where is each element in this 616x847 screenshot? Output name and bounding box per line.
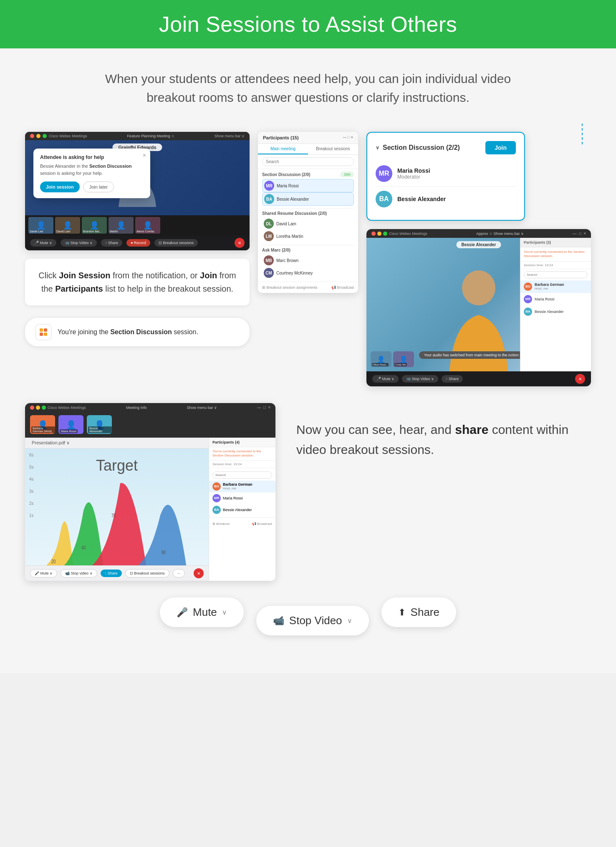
max-dot[interactable] — [43, 134, 47, 138]
webex-icon — [35, 324, 52, 340]
close-dot[interactable] — [30, 134, 34, 138]
mute-big-btn[interactable]: 🎤 Mute ∨ — [160, 597, 244, 627]
bm-mute[interactable]: 🎤 Mute ∨ — [30, 569, 57, 577]
bm-share[interactable]: ↑ Share — [101, 570, 122, 577]
participants-panel: Participants (15) — □ × Main meeting Bre… — [258, 132, 358, 293]
barbara-side-name: Barbara German — [535, 282, 564, 287]
thumb-5: 👤 Alexis Combs — [135, 217, 160, 234]
barbara-side-item: BG Barbara German Host, me — [520, 280, 591, 293]
description-text-box: Click Join Session from the notification… — [25, 259, 250, 305]
bm-min[interactable] — [36, 406, 40, 410]
bsp-search-input[interactable] — [212, 471, 272, 479]
bw-minus[interactable]: — — [573, 231, 577, 236]
subtitle-text: When your students or attendees need hel… — [83, 69, 533, 107]
marc-item: MB Marc Brown — [262, 254, 354, 267]
bm-box[interactable]: □ — [263, 405, 266, 410]
desc-join-session: Join Session — [59, 271, 110, 280]
bm-stop-video[interactable]: 📹 Stop video ∨ — [61, 569, 97, 577]
stop-caret: ∨ — [347, 617, 352, 625]
notif-body-after: session is asking for your help. — [40, 171, 103, 176]
bessie-side-item: BA Bessie Alexander — [520, 305, 591, 318]
bm-app-name: Cisco Webex Meetings — [48, 406, 86, 410]
desc-before: Click — [38, 271, 59, 280]
mute-label: Mute — [193, 606, 217, 619]
b-close[interactable] — [371, 232, 376, 236]
bm-more[interactable]: ··· — [173, 569, 185, 577]
tab-main-meeting[interactable]: Main meeting — [258, 144, 308, 154]
join-panel-title: ∨ Section Discussion (2/2) — [376, 144, 460, 151]
stop-video-big-btn[interactable]: 📹 Stop Video ∨ — [256, 606, 369, 635]
share-big-btn[interactable]: ⬆ Share — [381, 597, 456, 627]
close-notification-btn[interactable]: × — [143, 152, 146, 159]
shared-group-header: Shared Resume Discussion (2/0) — [262, 211, 354, 216]
bsp-breakout-assignments: ⊞ Breakout — [212, 522, 230, 526]
shared-resume-group: Shared Resume Discussion (2/0) DL David … — [258, 209, 358, 245]
breakout-btn[interactable]: ⊡ Breakout sessions — [154, 239, 198, 247]
barbara-side-avatar: BG — [524, 282, 532, 291]
thumb-1: 👤 Sarah Lee — [28, 217, 53, 234]
min-dot[interactable] — [36, 134, 40, 138]
menu-bar-text: Show menu bar ∨ — [214, 134, 245, 138]
join-main-button[interactable]: Join — [485, 141, 516, 154]
thumb-4: 👤 Martin — [109, 217, 134, 234]
notif-body-before: Bessie Alexander in the — [40, 164, 89, 169]
bm-max[interactable] — [42, 406, 46, 410]
stop-video-btn[interactable]: 📹 Stop Video ∨ — [61, 239, 97, 247]
b-share-btn[interactable]: ↑ Share — [442, 375, 463, 383]
chart-title: Target — [33, 457, 200, 474]
marc-name: Marc Brown — [276, 258, 298, 263]
bw-close[interactable]: × — [583, 231, 586, 236]
join-later-button[interactable]: Join later — [83, 182, 114, 192]
participant-search-input[interactable] — [262, 157, 354, 166]
join-session-button[interactable]: Join session — [40, 182, 80, 192]
bm-minus[interactable]: — — [257, 405, 261, 410]
section-group-name: Section Discussion (2/0) — [262, 172, 311, 177]
join-panel-header: ∨ Section Discussion (2/2) Join — [376, 141, 516, 154]
thumb-maria: 👤 Maria Rossi — [58, 415, 83, 434]
breakout-participants-side: Participants (3) You're currently connec… — [520, 238, 591, 371]
joining-before: You're joining the — [58, 328, 110, 335]
section-group-header: Section Discussion (2/0) Join — [262, 171, 354, 177]
b-max[interactable] — [383, 232, 387, 236]
side-search-input[interactable] — [524, 271, 588, 278]
b-mute-btn[interactable]: 🎤 Mute ∨ — [372, 375, 399, 383]
b-min[interactable] — [377, 232, 381, 236]
chevron-icon: ∨ — [376, 145, 379, 151]
session-timer-side: Session time: 19:24 — [520, 262, 591, 269]
loretha-name: Loretha Martin — [276, 234, 303, 239]
maria-join-role: Moderator — [397, 174, 430, 180]
loretha-item: LM Loretha Martin — [262, 230, 354, 242]
bottom-controls-section: 🎤 Mute ∨ 📹 Stop Video ∨ ⬆ Share — [25, 581, 591, 648]
bm-end-btn[interactable]: ✕ — [194, 568, 204, 578]
meeting-main-area: Presentation.pdf ∨ 6s5s4s3s2s1s Target — [25, 438, 275, 581]
ask-marc-group: Ask Marc (2/0) MB Marc Brown CM Courtney… — [258, 245, 358, 282]
thumb-row: 👤 Oliver Rose... 👤 Cindy Wu — [371, 351, 414, 367]
b-end-btn[interactable]: ✕ — [575, 374, 585, 384]
tab-breakout-sessions[interactable]: Breakout sessions — [308, 144, 358, 154]
breakout-titlebar: Cisco Webex Meetings Approx ☆ Show menu … — [366, 229, 591, 238]
bw-box[interactable]: □ — [579, 231, 581, 236]
left-panel: Cisco Webex Meetings Feature Planning Me… — [25, 132, 250, 346]
desc-mid1: from the notification, or — [111, 271, 200, 280]
bm-breakout[interactable]: ⊡ Breakout sessions — [125, 569, 169, 577]
description-paragraph: Click Join Session from the notification… — [38, 269, 237, 295]
svg-text:40: 40 — [81, 545, 86, 551]
bsp-barbara-name: Barbara German — [223, 482, 252, 487]
bsp-divider — [209, 517, 275, 518]
subtitle-section: When your students or attendees need hel… — [0, 48, 616, 119]
end-call-btn[interactable]: ✕ — [235, 238, 245, 248]
desc-end: list to help in the breakout session. — [103, 284, 233, 293]
section-join-btn[interactable]: Join — [340, 171, 354, 177]
panel-footer: ⊞ Breakout session assignments 📢 Broadca… — [258, 282, 358, 293]
share-btn[interactable]: ↑ Share — [101, 239, 122, 247]
shared-group-name: Shared Resume Discussion (2/0) — [262, 211, 327, 216]
mute-btn[interactable]: 🎤 Mute ∨ — [30, 239, 56, 247]
barbara-side-role: Host, me — [535, 287, 564, 290]
notification-title: Attendee is asking for help — [40, 154, 144, 160]
b-stop-video-btn[interactable]: 📹 Stop Video ∨ — [402, 375, 438, 383]
chart-svg: 20 40 70 90 — [33, 479, 200, 565]
bottom-side-panel: Participants (4) You're currently connec… — [209, 438, 275, 581]
bm-close[interactable] — [30, 406, 34, 410]
record-btn[interactable]: ● Record — [126, 239, 150, 247]
bm-x[interactable]: × — [268, 405, 270, 410]
